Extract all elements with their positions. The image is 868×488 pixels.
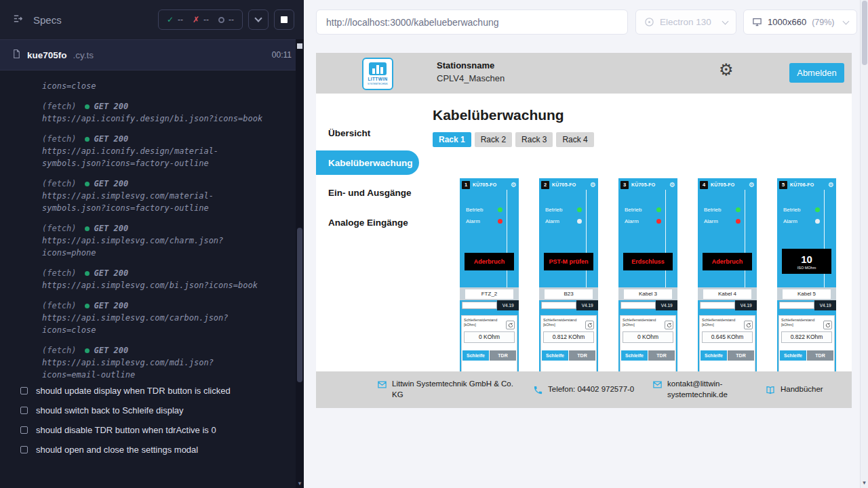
tdr-button[interactable]: TDR [807, 350, 833, 361]
sidebar-item[interactable]: Ein- und Ausgänge [316, 178, 433, 207]
sidebar-nav: Übersicht Kabelüberwachung Ein- und Ausg… [316, 94, 433, 408]
schleife-button[interactable]: Schleife [621, 350, 648, 361]
viewport-select[interactable]: 1000x660 (79%) [743, 9, 857, 35]
sidebar-item[interactable]: Übersicht [316, 118, 433, 148]
fetch-label: (fetch) [42, 224, 77, 233]
schleife-button[interactable]: Schleife [780, 350, 806, 361]
scroll-down-arrow[interactable]: ▾ [296, 480, 304, 487]
device-settings-icon[interactable]: ⚙ [828, 182, 834, 188]
rack-tab[interactable]: Rack 1 [433, 132, 471, 147]
tdr-button[interactable]: TDR [728, 350, 754, 361]
url-input[interactable] [316, 9, 628, 35]
tdr-button[interactable]: TDR [490, 350, 516, 361]
schleife-button[interactable]: Schleife [462, 350, 489, 361]
refresh-button[interactable] [665, 321, 673, 329]
rack-tab[interactable]: Rack 2 [475, 132, 512, 147]
page-title: Kabelüberwachung [433, 107, 852, 123]
measurement-value: 0.645 KOhm [702, 331, 753, 343]
alarm-row: Alarm [545, 218, 582, 224]
electron-icon [644, 17, 654, 27]
reporter-scrollbar[interactable]: ▾ [296, 39, 304, 488]
scroll-down-arrow[interactable]: ▾ [861, 479, 868, 486]
status-display: Aderbruch [465, 253, 514, 270]
tdr-button[interactable]: TDR [569, 350, 595, 361]
cable-label: B23 [545, 289, 593, 299]
device-number: 1 [462, 181, 470, 189]
log-entry[interactable]: (fetch)GET 200 https://api.simplesvg.com… [42, 300, 296, 336]
footer-contact-item[interactable]: Littwin Systemtechnik GmbH & Co. KG [377, 379, 515, 400]
pending-test-icon [20, 426, 28, 434]
collapse-stats-button[interactable] [248, 9, 269, 30]
settings-gear-icon[interactable]: ⚙ [719, 62, 734, 78]
stop-run-button[interactable] [274, 9, 294, 30]
card-header: 3 KÜ705-FO ⚙ [618, 178, 677, 190]
card-divider [745, 190, 745, 288]
log-entry[interactable]: (fetch)GET 200 https://api.simplesvg.com… [42, 222, 296, 259]
status-text: Aderbruch [474, 258, 505, 265]
refresh-icon [508, 323, 513, 328]
test-item[interactable]: should update display when TDR button is… [0, 381, 296, 401]
sidebar-item-label: Analoge Eingänge [328, 218, 408, 228]
status-ok-dot [85, 137, 90, 142]
spec-name[interactable]: kue705fo [27, 50, 67, 60]
fetch-label: (fetch) [42, 346, 77, 355]
version-row: V4.19 [539, 300, 598, 310]
cable-label-band: FTZ_2 [460, 287, 519, 300]
refresh-button[interactable] [506, 321, 515, 329]
log-entry[interactable]: icons=close [42, 80, 296, 92]
alarm-status-led [736, 219, 741, 224]
refresh-button[interactable] [744, 321, 753, 329]
reporter-scrollbar-thumb[interactable] [297, 228, 302, 382]
http-status: GET 200 [94, 268, 129, 278]
footer-contact-item[interactable]: Handbücher [765, 384, 823, 395]
tdr-button[interactable]: TDR [648, 350, 675, 361]
log-entry[interactable]: (fetch)GET 200 https://api.iconify.desig… [42, 100, 296, 125]
test-list: should update display when TDR button is… [0, 381, 296, 460]
mode-buttons: Schleife TDR [780, 350, 833, 361]
request-url: https://api.iconify.design/bi.json?icons… [42, 113, 266, 125]
test-item[interactable]: should disable TDR button when tdrActive… [0, 420, 296, 440]
alarm-status-led [656, 219, 661, 224]
device-model: KÜ705-FO [473, 182, 496, 187]
browser-chrome: Electron 130 1000x660 (79%) LITTWIN SYST… [304, 0, 860, 488]
schleife-button[interactable]: Schleife [542, 350, 568, 361]
test-item[interactable]: should open and close the settings modal [0, 440, 296, 460]
device-number: 3 [620, 181, 629, 189]
rack-tab[interactable]: Rack 4 [556, 132, 593, 147]
status-text: PST-M prüfen [549, 258, 589, 265]
log-entry[interactable]: (fetch)GET 200 https://api.simplesvg.com… [42, 344, 296, 381]
device-settings-icon[interactable]: ⚙ [669, 182, 675, 188]
device-settings-icon[interactable]: ⚙ [590, 182, 596, 188]
http-status: GET 200 [94, 346, 129, 355]
device-model: KÜ705-FO [711, 182, 734, 187]
browser-select[interactable]: Electron 130 [635, 9, 736, 35]
phone-icon [533, 385, 543, 395]
email-icon [652, 380, 663, 390]
sidebar-item[interactable]: Kabelüberwachung [316, 150, 419, 175]
scroll-top-button[interactable] [297, 43, 302, 49]
sidebar-item-label: Ein- und Ausgänge [328, 188, 412, 198]
refresh-button[interactable] [585, 321, 594, 329]
log-entry[interactable]: (fetch)GET 200 https://api.iconify.desig… [42, 133, 296, 169]
footer-contact-item[interactable]: Telefon: 04402 972577-0 [533, 384, 635, 395]
alarm-status-led [577, 219, 582, 224]
http-status: GET 200 [94, 224, 129, 233]
test-title: should switch back to Schleife display [36, 405, 184, 415]
logout-button[interactable]: Abmelden [789, 63, 844, 83]
test-stats: ✓-- ✗-- -- [158, 9, 243, 30]
window-scrollbar-thumb[interactable] [862, 1, 867, 65]
card-divider [586, 190, 587, 288]
device-settings-icon[interactable]: ⚙ [511, 182, 517, 188]
firmware-version: V4.19 [497, 300, 519, 310]
rack-tab[interactable]: Rack 3 [515, 132, 553, 147]
window-scrollbar[interactable]: ▾ [860, 0, 868, 488]
schleife-button[interactable]: Schleife [701, 350, 727, 361]
footer-contact-item[interactable]: kontakt@littwin-systemtechnik.de [652, 379, 747, 400]
device-settings-icon[interactable]: ⚙ [749, 182, 755, 188]
log-entry[interactable]: (fetch)GET 200 https://api.simplesvg.com… [42, 178, 296, 214]
sidebar-item[interactable]: Analoge Eingänge [316, 207, 433, 237]
specs-list-toggle-icon[interactable] [12, 13, 24, 27]
log-entry[interactable]: (fetch)GET 200 https://api.simplesvg.com… [42, 267, 296, 291]
refresh-button[interactable] [823, 321, 832, 329]
test-item[interactable]: should switch back to Schleife display [0, 401, 296, 420]
